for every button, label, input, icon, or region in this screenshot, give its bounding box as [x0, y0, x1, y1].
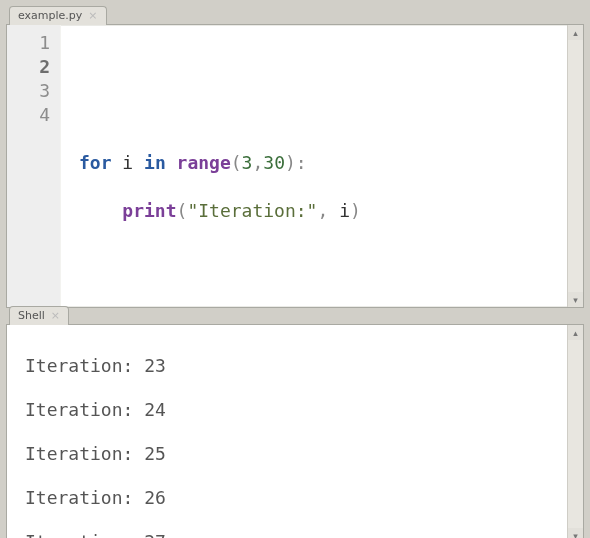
editor-gutter: 1 2 3 4 [7, 25, 61, 307]
scroll-down-icon[interactable]: ▾ [568, 528, 583, 538]
code-line [79, 55, 567, 79]
string-literal: "Iteration:" [187, 200, 317, 221]
close-icon[interactable]: × [51, 310, 60, 321]
paren: ( [231, 152, 242, 173]
editor-tab-example[interactable]: example.py × [9, 6, 107, 25]
editor-pane: example.py × 1 2 3 4 for i in range(3,30… [6, 24, 584, 308]
paren: ) [350, 200, 361, 221]
line-number: 4 [7, 103, 50, 127]
paren: ( [177, 200, 188, 221]
shell-line: Iteration: 25 [25, 443, 561, 465]
keyword-for: for [79, 152, 112, 173]
scroll-track[interactable] [568, 340, 583, 528]
shell-scrollbar[interactable]: ▴ ▾ [567, 325, 583, 538]
close-icon[interactable]: × [88, 10, 97, 21]
shell-line: Iteration: 24 [25, 399, 561, 421]
editor-scrollbar[interactable]: ▴ ▾ [567, 25, 583, 307]
number-literal: 3 [242, 152, 253, 173]
line-number: 2 [7, 55, 50, 79]
keyword-in: in [144, 152, 166, 173]
editor-tabs: example.py × [7, 5, 107, 25]
code-line: for i in range(3,30): [79, 151, 567, 175]
scroll-down-icon[interactable]: ▾ [568, 292, 583, 307]
comma: , [317, 200, 328, 221]
line-number: 1 [7, 31, 50, 55]
editor-content: 1 2 3 4 for i in range(3,30): print("Ite… [7, 25, 567, 307]
shell-pane: Shell × Iteration: 23 Iteration: 24 Iter… [6, 324, 584, 538]
comma: , [252, 152, 263, 173]
number-literal: 30 [263, 152, 285, 173]
shell-tabs: Shell × [7, 305, 69, 325]
shell-output[interactable]: Iteration: 23 Iteration: 24 Iteration: 2… [7, 325, 567, 538]
indent [79, 200, 122, 221]
code-line [79, 103, 567, 127]
code-editor[interactable]: for i in range(3,30): print("Iteration:"… [61, 25, 567, 307]
shell-tab[interactable]: Shell × [9, 306, 69, 325]
builtin-range: range [177, 152, 231, 173]
shell-line: Iteration: 27 [25, 531, 561, 538]
identifier-i: i [122, 152, 133, 173]
shell-line: Iteration: 23 [25, 355, 561, 377]
editor-tab-label: example.py [18, 9, 82, 22]
scroll-up-icon[interactable]: ▴ [568, 25, 583, 40]
scroll-track[interactable] [568, 40, 583, 292]
builtin-print: print [122, 200, 176, 221]
shell-line: Iteration: 26 [25, 487, 561, 509]
identifier-i: i [339, 200, 350, 221]
code-line: print("Iteration:", i) [79, 199, 567, 223]
shell-tab-label: Shell [18, 309, 45, 322]
paren: ): [285, 152, 307, 173]
space [328, 200, 339, 221]
scroll-up-icon[interactable]: ▴ [568, 325, 583, 340]
line-number: 3 [7, 79, 50, 103]
